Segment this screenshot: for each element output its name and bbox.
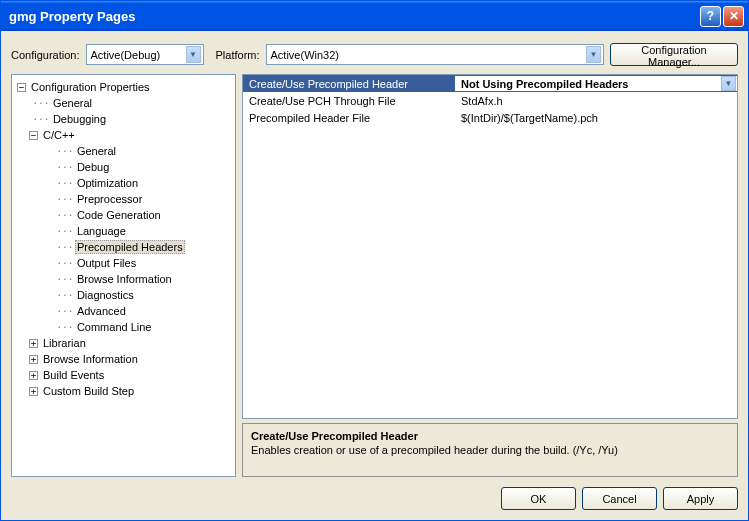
tree-node-debugging[interactable]: ···Debugging	[14, 111, 233, 127]
collapse-icon[interactable]: −	[29, 131, 38, 140]
tree-node-cpp-debug[interactable]: ···Debug	[14, 159, 233, 175]
expand-icon[interactable]: +	[29, 387, 38, 396]
property-row[interactable]: Precompiled Header File $(IntDir)/$(Targ…	[243, 109, 737, 126]
configuration-manager-button[interactable]: Configuration Manager...	[610, 43, 738, 66]
tree-node-cpp-output[interactable]: ···Output Files	[14, 255, 233, 271]
tree-node-buildevents[interactable]: +Build Events	[14, 367, 233, 383]
expand-icon[interactable]: +	[29, 371, 38, 380]
tree-node-librarian[interactable]: +Librarian	[14, 335, 233, 351]
property-pages-window: gmg Property Pages ? ✕ Configuration: Ac…	[0, 0, 749, 521]
tree-node-root[interactable]: −Configuration Properties	[14, 79, 233, 95]
tree-node-cpp-optimization[interactable]: ···Optimization	[14, 175, 233, 191]
tree-node-cpp-preprocessor[interactable]: ···Preprocessor	[14, 191, 233, 207]
expand-icon[interactable]: +	[29, 355, 38, 364]
tree-node-cpp-precompiled[interactable]: ···Precompiled Headers	[14, 239, 233, 255]
window-title: gmg Property Pages	[9, 9, 700, 24]
platform-combo[interactable]: Active(Win32) ▼	[266, 44, 604, 65]
tree-node-cpp-browse[interactable]: ···Browse Information	[14, 271, 233, 287]
config-toolbar: Configuration: Active(Debug) ▼ Platform:…	[11, 43, 738, 66]
property-row[interactable]: Create/Use PCH Through File StdAfx.h	[243, 92, 737, 109]
cancel-button[interactable]: Cancel	[582, 487, 657, 510]
configuration-label: Configuration:	[11, 49, 80, 61]
tree-node-cpp-cmdline[interactable]: ···Command Line	[14, 319, 233, 335]
titlebar[interactable]: gmg Property Pages ? ✕	[1, 1, 748, 31]
tree-node-general[interactable]: ···General	[14, 95, 233, 111]
tree-node-cpp-language[interactable]: ···Language	[14, 223, 233, 239]
chevron-down-icon: ▼	[186, 46, 201, 63]
right-pane: Create/Use Precompiled Header Not Using …	[242, 74, 738, 477]
tree-node-cpp-codegen[interactable]: ···Code Generation	[14, 207, 233, 223]
close-icon: ✕	[729, 9, 739, 23]
tree-node-cpp-general[interactable]: ···General	[14, 143, 233, 159]
property-value[interactable]: $(IntDir)/$(TargetName).pch	[455, 112, 737, 124]
content-area: Configuration: Active(Debug) ▼ Platform:…	[1, 31, 748, 520]
property-name: Create/Use PCH Through File	[243, 95, 455, 107]
property-value[interactable]: StdAfx.h	[455, 95, 737, 107]
close-button[interactable]: ✕	[723, 6, 744, 27]
property-name: Create/Use Precompiled Header	[243, 78, 455, 90]
main-area: −Configuration Properties ···General ···…	[11, 74, 738, 477]
tree-node-cpp-advanced[interactable]: ···Advanced	[14, 303, 233, 319]
tree-node-browseinfo[interactable]: +Browse Information	[14, 351, 233, 367]
chevron-down-icon: ▼	[721, 76, 736, 91]
apply-button[interactable]: Apply	[663, 487, 738, 510]
platform-label: Platform:	[216, 49, 260, 61]
platform-value: Active(Win32)	[271, 49, 586, 61]
property-name: Precompiled Header File	[243, 112, 455, 124]
chevron-down-icon: ▼	[586, 46, 601, 63]
tree-node-cpp[interactable]: −C/C++	[14, 127, 233, 143]
configuration-combo[interactable]: Active(Debug) ▼	[86, 44, 204, 65]
collapse-icon[interactable]: −	[17, 83, 26, 92]
ok-button[interactable]: OK	[501, 487, 576, 510]
description-title: Create/Use Precompiled Header	[251, 430, 729, 442]
tree-node-cpp-diagnostics[interactable]: ···Diagnostics	[14, 287, 233, 303]
expand-icon[interactable]: +	[29, 339, 38, 348]
button-row: OK Cancel Apply	[11, 485, 738, 510]
description-body: Enables creation or use of a precompiled…	[251, 444, 729, 456]
tree-node-custom[interactable]: +Custom Build Step	[14, 383, 233, 399]
help-button[interactable]: ?	[700, 6, 721, 27]
tree-pane[interactable]: −Configuration Properties ···General ···…	[11, 74, 236, 477]
configuration-value: Active(Debug)	[91, 49, 186, 61]
description-pane: Create/Use Precompiled Header Enables cr…	[242, 423, 738, 477]
property-value-combo[interactable]: Not Using Precompiled Headers ▼	[455, 76, 737, 91]
property-grid[interactable]: Create/Use Precompiled Header Not Using …	[242, 74, 738, 419]
property-row-selected[interactable]: Create/Use Precompiled Header Not Using …	[243, 75, 737, 92]
help-icon: ?	[707, 9, 714, 23]
